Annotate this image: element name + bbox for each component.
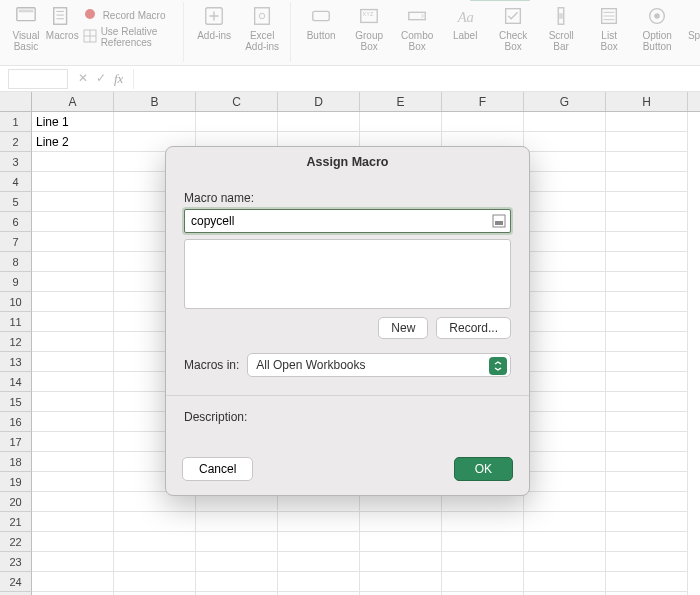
new-button[interactable]: New <box>378 317 428 339</box>
macros-in-value: All Open Workbooks <box>256 358 365 372</box>
macros-in-label: Macros in: <box>184 358 239 372</box>
dialog-title: Assign Macro <box>166 147 529 175</box>
macro-name-label: Macro name: <box>184 191 511 205</box>
collapse-dialog-icon[interactable] <box>491 213 507 229</box>
cancel-button[interactable]: Cancel <box>182 457 253 481</box>
select-chevron-icon <box>489 357 507 375</box>
assign-macro-dialog: Assign Macro Macro name: New Record... M… <box>165 146 530 496</box>
macro-name-input[interactable] <box>184 209 511 233</box>
svg-rect-21 <box>495 221 503 225</box>
record-button[interactable]: Record... <box>436 317 511 339</box>
ok-button[interactable]: OK <box>454 457 513 481</box>
description-label: Description: <box>184 410 511 424</box>
macros-in-select[interactable]: All Open Workbooks <box>247 353 511 377</box>
macro-list[interactable] <box>184 239 511 309</box>
